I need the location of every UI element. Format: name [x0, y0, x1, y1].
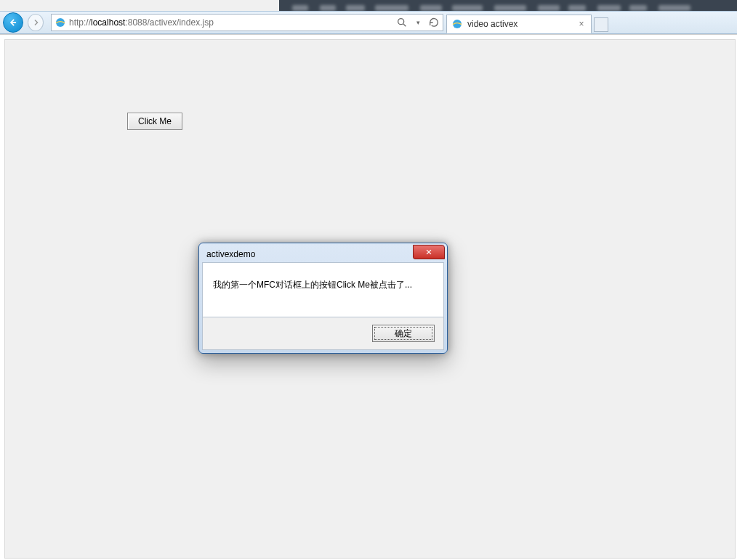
dialog-body: 我的第一个MFC对话框上的按钮Click Me被点击了...: [202, 262, 444, 317]
dialog-close-button[interactable]: [413, 245, 445, 259]
browser-toolbar: http://localhost:8088/activex/index.jsp …: [0, 11, 737, 34]
tab-title: video activex: [467, 19, 576, 29]
refresh-icon[interactable]: [428, 17, 440, 28]
ie-icon: [451, 18, 463, 30]
close-icon: [424, 248, 433, 256]
new-tab-button[interactable]: [594, 17, 608, 32]
alert-dialog: activexdemo 我的第一个MFC对话框上的按钮Click Me被点击了.…: [198, 243, 448, 354]
search-icon[interactable]: [396, 17, 408, 28]
svg-point-1: [398, 19, 404, 25]
click-me-button[interactable]: Click Me: [127, 113, 182, 130]
chevron-down-icon[interactable]: ▾: [412, 17, 424, 28]
ie-icon: [55, 17, 66, 28]
address-url: http://localhost:8088/activex/index.jsp: [69, 17, 396, 28]
dialog-footer: 确定: [202, 317, 444, 350]
browser-tab[interactable]: video activex ×: [446, 15, 592, 33]
arrow-left-icon: [8, 17, 18, 28]
dialog-message: 我的第一个MFC对话框上的按钮Click Me被点击了...: [213, 280, 412, 290]
dialog-titlebar[interactable]: activexdemo: [202, 246, 444, 262]
dialog-ok-button[interactable]: 确定: [372, 325, 435, 342]
forward-button[interactable]: [23, 11, 44, 34]
address-bar[interactable]: http://localhost:8088/activex/index.jsp …: [51, 14, 443, 31]
dialog-title-text: activexdemo: [206, 249, 255, 259]
arrow-right-icon: [31, 18, 40, 27]
back-button[interactable]: [0, 11, 23, 34]
tab-close-button[interactable]: ×: [576, 19, 587, 29]
